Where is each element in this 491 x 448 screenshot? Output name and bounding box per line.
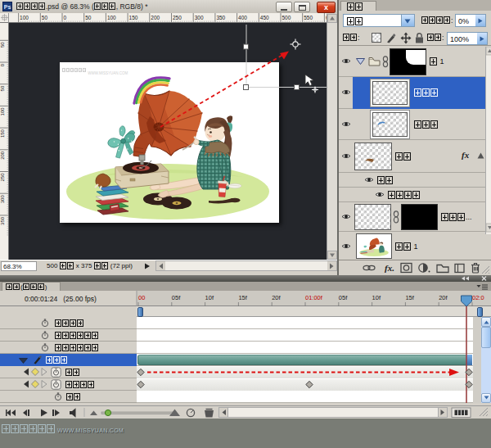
svg-text:250: 250 bbox=[0, 173, 5, 182]
svg-text:200: 200 bbox=[0, 151, 5, 160]
svg-text:400: 400 bbox=[238, 15, 247, 20]
svg-text:150: 150 bbox=[0, 129, 5, 138]
svg-text:50: 50 bbox=[85, 15, 92, 20]
svg-text:350: 350 bbox=[0, 216, 5, 225]
svg-text:150: 150 bbox=[129, 15, 138, 20]
svg-text:50: 50 bbox=[0, 42, 5, 48]
svg-text:0: 0 bbox=[64, 15, 67, 20]
svg-text:50: 50 bbox=[42, 15, 48, 20]
svg-text:50: 50 bbox=[0, 85, 5, 91]
svg-text:100: 100 bbox=[20, 15, 29, 20]
svg-text:350: 350 bbox=[216, 15, 225, 20]
svg-text:0: 0 bbox=[0, 63, 5, 66]
svg-text:fx.: fx. bbox=[385, 263, 394, 273]
svg-text:100: 100 bbox=[107, 15, 116, 20]
svg-text:500: 500 bbox=[282, 15, 291, 20]
svg-text:100: 100 bbox=[0, 107, 5, 116]
svg-text:200: 200 bbox=[151, 15, 160, 20]
svg-text:550: 550 bbox=[304, 15, 313, 20]
svg-text:300: 300 bbox=[195, 15, 204, 20]
svg-text:450: 450 bbox=[260, 15, 269, 20]
svg-text:250: 250 bbox=[173, 15, 182, 20]
svg-text:300: 300 bbox=[0, 195, 5, 204]
